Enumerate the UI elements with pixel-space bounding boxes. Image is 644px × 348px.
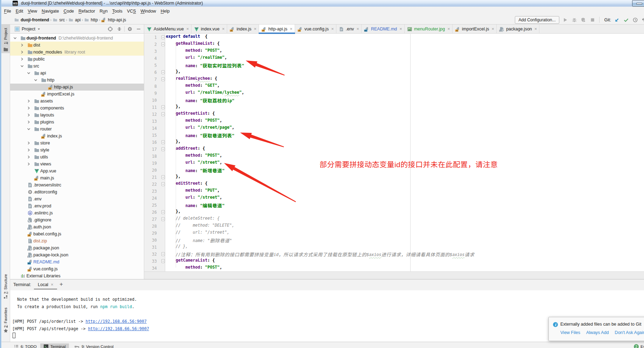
- tree-item-assets[interactable]: assets: [10, 98, 144, 105]
- tree-item-README.md[interactable]: MDREADME.md: [10, 258, 144, 265]
- fold-marker[interactable]: [161, 147, 165, 151]
- stripe-button-structure[interactable]: 7: Structure: [1, 273, 10, 301]
- coverage-icon[interactable]: [581, 17, 586, 23]
- chevron-expanded-icon[interactable]: [13, 36, 17, 40]
- tree-item-utils[interactable]: utils: [10, 154, 144, 161]
- tree-item-package-lock.json[interactable]: {;}package-lock.json: [10, 251, 144, 258]
- notification-action-don-t-ask-again[interactable]: Don't Ask Again: [615, 330, 644, 335]
- menu-help[interactable]: Help: [158, 9, 172, 14]
- close-icon[interactable]: ×: [51, 282, 54, 287]
- notification-action-always-add[interactable]: Always Add: [586, 330, 609, 335]
- chevron-collapsed-icon[interactable]: [27, 155, 30, 159]
- tree-item-package.json[interactable]: {;}package.json: [10, 244, 144, 251]
- fold-marker[interactable]: [161, 217, 165, 221]
- tree-item-public[interactable]: public: [10, 56, 144, 63]
- chevron-expanded-icon[interactable]: [27, 127, 30, 131]
- editor-tab-vue.config.js[interactable]: JSvue.config.js×: [295, 24, 336, 34]
- editor-tab-index.vue[interactable]: index.vue×: [191, 24, 227, 34]
- editor-tab-package.json[interactable]: {;}package.json×: [497, 24, 539, 34]
- tree-item-.editorconfig[interactable]: .editorconfig: [10, 189, 144, 196]
- tree-item-layouts[interactable]: layouts: [10, 112, 144, 119]
- tree-item-duoji-frontend[interactable]: duoji-frontendD:\zheheWeb\duoji-frontend: [10, 35, 144, 42]
- chevron-collapsed-icon[interactable]: [27, 162, 30, 166]
- close-icon[interactable]: ×: [492, 27, 495, 31]
- tree-item-auth.json[interactable]: {;}auth.json: [10, 223, 144, 230]
- close-icon[interactable]: ×: [534, 27, 537, 31]
- close-icon[interactable]: ×: [356, 27, 359, 31]
- tree-item-src[interactable]: src: [10, 63, 144, 70]
- editor-tab-importExcel.js[interactable]: JSimportExcel.js×: [453, 24, 497, 34]
- collapse-icon[interactable]: [117, 24, 122, 33]
- tree-item-views[interactable]: views: [10, 161, 144, 168]
- fold-marker[interactable]: [161, 175, 165, 179]
- statusbar-terminal[interactable]: Terminal: [40, 343, 69, 348]
- chevron-down-icon[interactable]: [37, 27, 41, 31]
- notification-action-view-files[interactable]: View Files: [560, 330, 580, 335]
- commit-icon[interactable]: [623, 17, 629, 23]
- menu-file[interactable]: File: [2, 9, 13, 14]
- editor-tab-README.md[interactable]: MDREADME.md×: [362, 24, 405, 34]
- locate-icon[interactable]: [107, 24, 113, 33]
- menu-vcs[interactable]: VCS: [125, 9, 138, 14]
- tree-item-.env.prod[interactable]: .env.prod: [10, 203, 144, 209]
- menu-run[interactable]: Run: [97, 9, 110, 14]
- title-bar[interactable]: WS duoji-frontend [D:\zheheWeb\duoji-fro…: [0, 0, 644, 7]
- close-icon[interactable]: ×: [290, 27, 293, 31]
- fold-marker[interactable]: [161, 182, 165, 186]
- chevron-expanded-icon[interactable]: [20, 64, 24, 68]
- tree-item-babel.config.js[interactable]: JSbabel.config.js: [10, 230, 144, 237]
- stop-icon[interactable]: [590, 17, 595, 23]
- event-log-badge[interactable]: 2: [634, 344, 639, 348]
- menu-tools[interactable]: Tools: [110, 9, 125, 14]
- run-icon[interactable]: [562, 17, 568, 23]
- minimize-button[interactable]: [632, 0, 644, 7]
- editor-tab-menuRouter.jpg[interactable]: menuRouter.jpg×: [405, 24, 453, 34]
- project-view-title[interactable]: Project: [22, 27, 35, 31]
- tree-item-router[interactable]: router: [10, 126, 144, 133]
- chevron-collapsed-icon[interactable]: [20, 50, 24, 54]
- fold-marker[interactable]: [161, 105, 165, 109]
- editor-tab-.env[interactable]: .env×: [336, 24, 362, 34]
- tree-item-store[interactable]: store: [10, 140, 144, 147]
- close-icon[interactable]: ×: [447, 27, 450, 31]
- fold-marker[interactable]: [161, 259, 165, 263]
- tree-item-dist[interactable]: dist: [10, 42, 144, 49]
- tree-item-index.js[interactable]: JSindex.js: [10, 133, 144, 140]
- menu-edit[interactable]: Edit: [13, 9, 26, 14]
- code-editor[interactable]: 1234567891011121314151617181920212223242…: [144, 34, 644, 271]
- revert-icon[interactable]: [642, 17, 644, 23]
- tree-item-.gitignore[interactable]: .gitignore: [10, 216, 144, 223]
- breadcrumb-item[interactable]: JShttp-api.js: [101, 17, 126, 22]
- chevron-collapsed-icon[interactable]: [27, 113, 30, 117]
- tree-item-App.vue[interactable]: App.vue: [10, 168, 144, 175]
- close-icon[interactable]: ×: [222, 27, 225, 31]
- editor-tab-AsideMenu.vue[interactable]: AsideMenu.vue×: [144, 24, 191, 34]
- settings-icon[interactable]: [127, 24, 133, 33]
- menu-code[interactable]: Code: [61, 9, 76, 14]
- fold-marker[interactable]: [161, 42, 165, 46]
- chevron-expanded-icon[interactable]: [34, 78, 37, 82]
- tree-item-http-api.js[interactable]: JShttp-api.js: [10, 84, 144, 91]
- editor-tab-http-api.js[interactable]: JShttp-api.js×: [259, 24, 295, 34]
- chevron-expanded-icon[interactable]: [27, 71, 30, 75]
- fold-marker[interactable]: [161, 112, 165, 116]
- breadcrumb-item[interactable]: http: [84, 17, 98, 22]
- statusbar--version-control[interactable]: 9: Version Control: [71, 343, 117, 348]
- fold-marker[interactable]: [161, 77, 165, 81]
- tree-item-api[interactable]: api: [10, 70, 144, 77]
- tree-item-main.js[interactable]: JSmain.js: [10, 175, 144, 182]
- menu-window[interactable]: Window: [138, 9, 158, 14]
- tree-item-style[interactable]: style: [10, 147, 144, 154]
- breadcrumb-item[interactable]: duoji-frontend: [14, 17, 49, 22]
- fold-marker[interactable]: [161, 35, 165, 39]
- tree-item-dist.zip[interactable]: dist.zip: [10, 237, 144, 244]
- tree-item-.browserslistrc[interactable]: .browserslistrc: [10, 182, 144, 189]
- chevron-collapsed-icon[interactable]: [27, 106, 30, 110]
- tree-item-components[interactable]: components: [10, 105, 144, 112]
- chevron-collapsed-icon[interactable]: [20, 43, 24, 47]
- tree-item-.env[interactable]: .env: [10, 196, 144, 203]
- chevron-collapsed-icon[interactable]: [27, 141, 30, 145]
- new-terminal-session-button[interactable]: +: [59, 281, 63, 288]
- tree-item-.eslintrc.js[interactable]: .eslintrc.js: [10, 209, 144, 216]
- close-icon[interactable]: ×: [186, 27, 189, 31]
